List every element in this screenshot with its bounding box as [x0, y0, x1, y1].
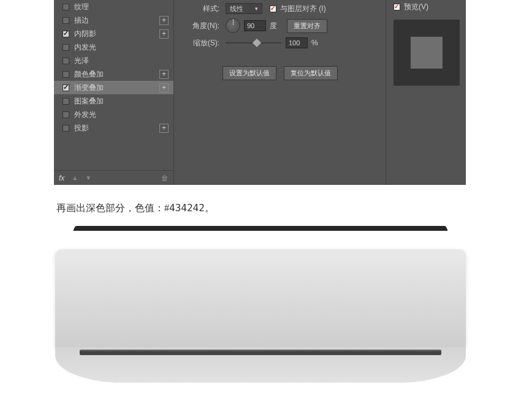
scale-slider[interactable] [226, 42, 282, 43]
style-label: 内阴影 [74, 29, 96, 39]
style-type-label: 样式: [184, 4, 219, 14]
style-row-inner-glow[interactable]: 内发光 [54, 40, 173, 54]
style-row-color-overlay[interactable]: 颜色叠加 + [54, 67, 173, 81]
fx-icon[interactable]: fx [59, 174, 64, 182]
scale-unit: % [311, 39, 318, 47]
style-label: 渐变叠加 [74, 83, 104, 93]
layer-style-dialog: 纹理 描边 + 内阴影 + 内发光 光泽 颜色叠加 + 渐变叠加 + [54, 0, 466, 185]
style-row-outer-glow[interactable]: 外发光 [54, 108, 173, 121]
checkbox-gradient-overlay[interactable] [63, 84, 69, 91]
style-type-row: 样式: 线性 与图层对齐 (I) [184, 0, 376, 17]
angle-label: 角度(N): [184, 21, 219, 31]
text-prefix: 再画出深色部分，色值：# [56, 203, 169, 213]
ac-illustration [55, 249, 466, 408]
color-code: 434242 [169, 202, 205, 214]
align-layer-label: 与图层对齐 (I) [280, 4, 326, 14]
add-icon[interactable]: + [159, 83, 169, 92]
preview-label: 预览(V) [404, 2, 428, 12]
preview-toggle-row: 预览(V) [394, 0, 458, 13]
style-row-satin[interactable]: 光泽 [54, 54, 173, 67]
angle-row: 角度(N): 度 重置对齐 [184, 17, 376, 34]
reset-align-button[interactable]: 重置对齐 [287, 19, 327, 33]
style-type-dropdown[interactable]: 线性 [226, 3, 262, 14]
checkbox-inner-shadow[interactable] [63, 31, 69, 37]
checkbox-align-layer[interactable] [270, 6, 276, 12]
styles-footer: fx ▲ ▼ 🗑 [54, 170, 173, 185]
gradient-settings-panel: 样式: 线性 与图层对齐 (I) 角度(N): 度 重置对齐 缩放(S): % … [173, 0, 386, 185]
trash-icon[interactable]: 🗑 [161, 174, 169, 182]
style-label: 颜色叠加 [74, 69, 104, 80]
checkbox-inner-glow[interactable] [63, 44, 69, 51]
add-icon[interactable]: + [159, 124, 169, 133]
style-label: 投影 [74, 123, 89, 133]
text-suffix: 。 [205, 203, 215, 213]
styles-list-panel: 纹理 描边 + 内阴影 + 内发光 光泽 颜色叠加 + 渐变叠加 + [54, 0, 173, 185]
checkbox-color-overlay[interactable] [63, 71, 69, 78]
style-row-pattern-overlay[interactable]: 图案叠加 [54, 94, 173, 108]
style-label: 图案叠加 [74, 96, 104, 107]
style-row-gradient-overlay[interactable]: 渐变叠加 + [54, 81, 173, 94]
checkbox-satin[interactable] [63, 58, 69, 64]
article-instruction: 再画出深色部分，色值：#434242。 [56, 202, 521, 215]
add-icon[interactable]: + [159, 16, 169, 25]
style-row-drop-shadow[interactable]: 投影 + [54, 121, 173, 135]
scale-row: 缩放(S): % [184, 34, 376, 51]
scale-input[interactable] [286, 37, 308, 48]
angle-unit: 度 [270, 21, 277, 31]
angle-knob[interactable] [226, 18, 240, 33]
add-icon[interactable]: + [159, 29, 169, 39]
angle-input[interactable] [244, 20, 266, 31]
ac-bottom [55, 347, 466, 383]
ac-body [55, 249, 466, 347]
slider-thumb-icon[interactable] [253, 39, 261, 47]
style-label: 纹理 [74, 2, 89, 12]
style-label: 描边 [74, 15, 89, 26]
style-label: 内发光 [74, 42, 96, 53]
scale-label: 缩放(S): [184, 38, 219, 48]
add-icon[interactable]: + [159, 70, 169, 79]
ac-vent-slot [80, 350, 441, 355]
arrow-down-icon[interactable]: ▼ [85, 174, 91, 181]
checkbox-preview[interactable] [394, 4, 400, 10]
default-buttons-row: 设置为默认值 复位为默认值 [184, 66, 376, 80]
style-label: 光泽 [74, 56, 89, 66]
preview-panel: 预览(V) [386, 0, 466, 185]
checkbox-stroke[interactable] [63, 17, 69, 24]
restore-default-button[interactable]: 复位为默认值 [284, 66, 338, 80]
checkbox-drop-shadow[interactable] [63, 125, 69, 132]
checkbox-outer-glow[interactable] [63, 111, 69, 118]
style-label: 外发光 [74, 110, 96, 120]
style-row-texture[interactable]: 纹理 [54, 0, 173, 13]
preview-swatch-inner [411, 37, 443, 69]
checkbox-texture[interactable] [63, 4, 69, 10]
arrow-up-icon[interactable]: ▲ [72, 174, 78, 181]
preview-swatch [394, 20, 460, 86]
checkbox-pattern-overlay[interactable] [63, 98, 69, 105]
set-default-button[interactable]: 设置为默认值 [222, 66, 276, 80]
style-row-inner-shadow[interactable]: 内阴影 + [54, 27, 173, 40]
dropdown-value: 线性 [230, 4, 243, 13]
style-row-stroke[interactable]: 描边 + [54, 13, 173, 27]
dark-bar-shape [73, 226, 448, 231]
